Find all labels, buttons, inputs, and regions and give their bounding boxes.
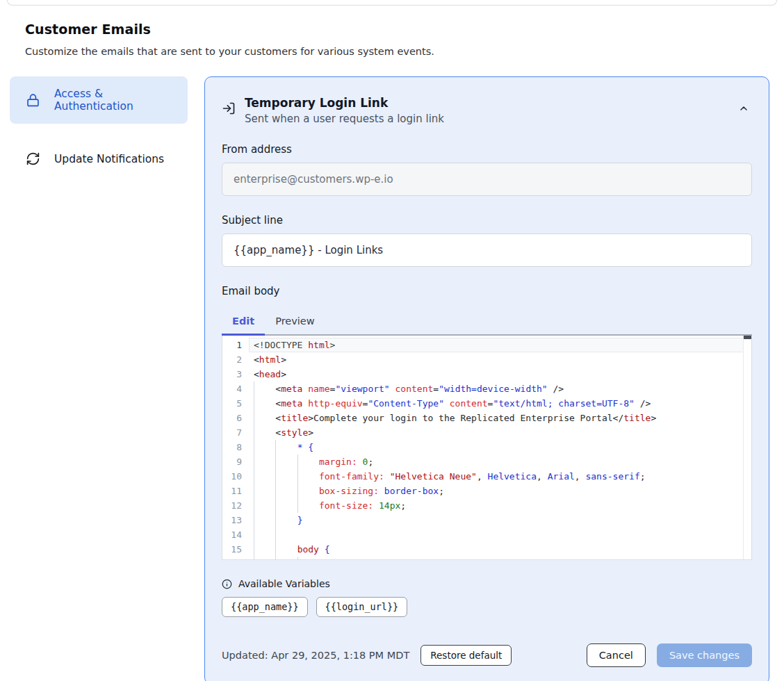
code-line[interactable]: margin: 0; [249,454,751,469]
code-line[interactable] [249,527,751,542]
lock-icon [26,93,40,108]
available-variables-label: Available Variables [238,578,330,589]
updated-timestamp: Updated: Apr 29, 2025, 1:18 PM MDT [222,650,409,661]
sidebar-item-update-notifications[interactable]: Update Notifications [10,140,188,177]
email-body-tabs: Edit Preview [222,309,752,336]
sidebar-item-label: Access & Authentication [54,88,179,113]
chevron-up-icon [738,106,749,116]
panel-footer: Updated: Apr 29, 2025, 1:18 PM MDT Resto… [222,643,752,667]
cancel-button[interactable]: Cancel [587,643,646,667]
email-body-label: Email body [222,285,752,297]
scrollbar-thumb[interactable] [744,336,751,339]
page-title: Customer Emails [25,22,759,37]
code-line[interactable]: <meta name="viewport" content="width=dev… [249,381,751,396]
sidebar-item-label: Update Notifications [54,153,164,165]
save-changes-button[interactable]: Save changes [657,643,752,667]
code-editor[interactable]: 12345678910111213141516 <!DOCTYPE html><… [222,336,752,560]
code-line[interactable]: box-sizing: border-box; [249,484,751,498]
sidebar-item-access-authentication[interactable]: Access & Authentication [10,76,188,124]
code-line[interactable]: <head> [249,367,751,381]
info-icon [222,579,232,589]
code-line[interactable]: font-family: "Helvetica Neue", Helvetica… [249,469,751,484]
available-variables-row: Available Variables [222,578,752,589]
code-line[interactable]: * { [249,440,751,454]
page-subtitle: Customize the emails that are sent to yo… [25,46,759,57]
code-lines[interactable]: <!DOCTYPE html><html><head> <meta name="… [249,336,751,559]
sidebar: Access & Authentication Update Notificat… [10,76,188,177]
code-line[interactable]: <html> [249,352,751,367]
subject-line-field[interactable] [222,233,752,267]
tab-preview[interactable]: Preview [265,309,325,336]
previous-card-bottom-edge [7,0,777,6]
code-line[interactable]: } [249,513,751,527]
from-address-field[interactable] [222,163,752,196]
from-address-label: From address [222,143,752,156]
login-icon [222,101,236,125]
page-header: Customer Emails Customize the emails tha… [25,22,759,57]
refresh-icon [26,151,40,166]
panel-header: Temporary Login Link Sent when a user re… [222,96,752,125]
code-line[interactable]: background-color: #f6f6f6; [249,557,751,559]
code-line[interactable]: <meta http-equiv="Content-Type" content=… [249,396,751,411]
restore-default-button[interactable]: Restore default [420,645,512,666]
editor-scrollbar[interactable] [743,336,751,559]
variable-chip[interactable]: {{login_url}} [316,597,408,617]
panel-subtitle: Sent when a user requests a login link [245,113,444,125]
code-line[interactable]: body { [249,542,751,557]
code-line[interactable]: <!DOCTYPE html> [249,338,751,352]
variable-chip[interactable]: {{app_name}} [222,597,308,617]
editor-gutter: 12345678910111213141516 [222,336,249,559]
subject-line-label: Subject line [222,214,752,227]
tab-edit[interactable]: Edit [222,309,265,336]
panel-title: Temporary Login Link [245,96,444,110]
code-line[interactable]: font-size: 14px; [249,498,751,513]
code-line[interactable]: <style> [249,425,751,440]
email-settings-panel: Temporary Login Link Sent when a user re… [204,76,769,681]
code-line[interactable]: <title>Complete your login to the Replic… [249,411,751,425]
collapse-button[interactable] [735,100,752,119]
variable-chips: {{app_name}}{{login_url}} [222,597,752,617]
